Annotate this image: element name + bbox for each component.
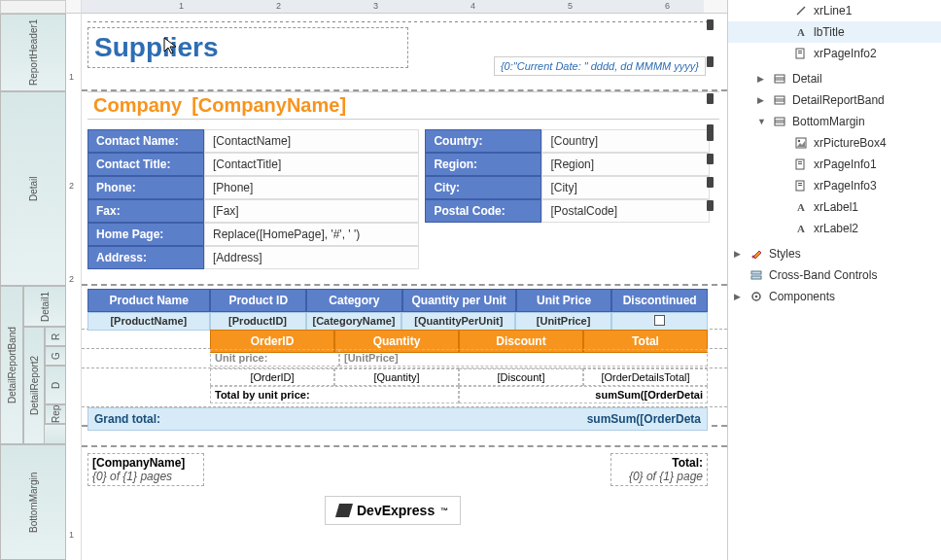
- td[interactable]: [QuantityPerUnit]: [401, 312, 515, 331]
- svg-rect-15: [798, 161, 802, 162]
- tree-item-components[interactable]: ▶Components: [728, 286, 941, 307]
- field-value[interactable]: [Region]: [541, 153, 710, 176]
- order-row[interactable]: [OrderID] [Quantity] [Discount] [OrderDe…: [210, 368, 708, 386]
- band-sub-d-body[interactable]: [OrderID] [Quantity] [Discount] [OrderDe…: [82, 368, 727, 407]
- th-discontinued[interactable]: Discontinued: [611, 289, 708, 312]
- td[interactable]: [OrderID]: [210, 368, 334, 386]
- field-label: City:: [425, 176, 541, 199]
- vruler-num: 1: [69, 72, 74, 82]
- th-productname[interactable]: Product Name: [87, 289, 210, 312]
- band-label-detailreportband[interactable]: DetailReportBand: [0, 286, 23, 444]
- band-label-reportheader[interactable]: ReportHeader1: [0, 14, 66, 91]
- band-sub-d[interactable]: D: [45, 366, 66, 404]
- field-value[interactable]: [PostalCode]: [541, 199, 710, 223]
- band-label-detail1[interactable]: Detail1: [23, 286, 66, 327]
- footer-company-expr: [CompanyName]: [92, 456, 199, 470]
- tree-item-xrpageinfo2[interactable]: xrPageInfo2: [728, 43, 941, 64]
- tree-item-xrlabel1[interactable]: AxrLabel1: [728, 196, 941, 218]
- vruler-num: 2: [69, 181, 74, 191]
- svg-rect-21: [751, 271, 761, 274]
- field-value[interactable]: [Phone]: [204, 176, 419, 199]
- svg-point-20: [752, 256, 755, 259]
- tree-item-detailreportband[interactable]: ▶DetailReportBand: [728, 89, 941, 111]
- band-label-nested: DetailReportBand Detail1 DetailReport2 R…: [0, 286, 66, 444]
- tree-item-xrpageinfo1[interactable]: xrPageInfo1: [728, 154, 941, 175]
- td[interactable]: [OrderDetailsTotal]: [583, 368, 708, 386]
- td-discontinued-checkbox[interactable]: [611, 312, 708, 331]
- report-title[interactable]: Suppliers: [87, 27, 408, 68]
- canvas[interactable]: 1 2 3 4 5 6 Suppliers {0:"Current Date: …: [82, 0, 727, 560]
- current-date-box[interactable]: {0:"Current Date: " dddd, dd MMMM yyyy}: [494, 56, 706, 76]
- field-col-right: Country:[Country] Region:[Region] City:[…: [425, 129, 710, 269]
- band-bottommargin-body[interactable]: [CompanyName] {0} of {1} pages Total: {0…: [82, 447, 727, 560]
- design-surface[interactable]: ReportHeader1 Detail DetailReportBand De…: [0, 0, 727, 560]
- expand-arrow-icon[interactable]: ▼: [757, 117, 767, 126]
- field-value[interactable]: [ContactTitle]: [204, 153, 419, 176]
- detail-icon: [773, 93, 786, 107]
- field-label: Postal Code:: [425, 199, 541, 223]
- td[interactable]: [ProductID]: [210, 312, 306, 331]
- total-by-unit-val[interactable]: sumSum([OrderDetai: [459, 386, 708, 403]
- tree-item-detail[interactable]: ▶Detail: [728, 68, 941, 89]
- tree-item-xrpageinfo3[interactable]: xrPageInfo3: [728, 175, 941, 196]
- band-label-detail[interactable]: Detail: [0, 91, 66, 286]
- band-sub-rep-body[interactable]: Grand total: sumSum([OrderDeta: [82, 407, 727, 427]
- company-expr[interactable]: [CompanyName]: [192, 94, 346, 117]
- hruler-num: 3: [373, 1, 378, 11]
- expand-arrow-icon[interactable]: ▶: [734, 249, 744, 259]
- tree-item-xrpicturebox4[interactable]: xrPictureBox4: [728, 132, 941, 154]
- td[interactable]: [CategoryName]: [306, 312, 402, 331]
- expand-arrow-icon[interactable]: ▶: [734, 292, 744, 301]
- tree-item-lbtitle[interactable]: AlbTitle: [728, 21, 941, 43]
- tree-item-cross-band controls[interactable]: Cross-Band Controls: [728, 264, 941, 286]
- band-sub-g[interactable]: G: [45, 346, 66, 366]
- tree-item-xrlabel2[interactable]: AxrLabel2: [728, 218, 941, 239]
- pic-icon: [794, 136, 808, 150]
- gear-icon: [749, 290, 763, 303]
- field-label: Phone:: [87, 176, 204, 199]
- page-icon: [794, 179, 808, 192]
- band-sub-r-body[interactable]: OrderID Quantity Discount Total: [82, 330, 727, 349]
- band-sub-r[interactable]: R: [45, 327, 66, 346]
- A-icon: A: [794, 200, 808, 214]
- th-unitprice[interactable]: Unit Price: [516, 289, 612, 312]
- th-productid[interactable]: Product ID: [210, 289, 306, 312]
- report-explorer[interactable]: xrLine1AlbTitlexrPageInfo2▶Detail▶Detail…: [727, 0, 941, 560]
- devexpress-icon: [335, 504, 353, 517]
- field-label: Fax:: [87, 199, 204, 223]
- field-value[interactable]: [Country]: [541, 129, 710, 153]
- tree-item-styles[interactable]: ▶Styles: [728, 243, 941, 264]
- band-detail-body[interactable]: Company [CompanyName] Contact Name:[Cont…: [82, 91, 727, 286]
- td[interactable]: [UnitPrice]: [515, 312, 611, 331]
- band-sub-g-body[interactable]: Unit price: [UnitPrice]: [82, 349, 727, 368]
- field-value[interactable]: [Address]: [204, 246, 419, 269]
- td[interactable]: [Discount]: [459, 368, 583, 386]
- footer-total[interactable]: Total: {0} of {1} page: [610, 453, 708, 486]
- band-label-bottommargin[interactable]: BottomMargin: [0, 444, 66, 560]
- td[interactable]: [ProductName]: [87, 312, 210, 331]
- tree-item-xrline1[interactable]: xrLine1: [728, 0, 941, 21]
- field-value[interactable]: [Fax]: [204, 199, 419, 223]
- products-row[interactable]: [ProductName] [ProductID] [CategoryName]…: [87, 312, 708, 331]
- detail-icon: [773, 115, 786, 128]
- svg-point-13: [798, 140, 800, 142]
- band-label-detailreport2[interactable]: DetailReport2: [23, 327, 45, 444]
- field-value[interactable]: [ContactName]: [204, 129, 419, 153]
- devexpress-logo[interactable]: DevExpress™: [325, 496, 461, 525]
- band-detail1-body[interactable]: Product Name Product ID Category Quantit…: [82, 289, 727, 330]
- tree-item-label: Detail: [792, 72, 822, 86]
- band-sub-rep[interactable]: Rep: [45, 404, 66, 424]
- unitprice-val[interactable]: [UnitPrice]: [339, 349, 708, 367]
- field-value[interactable]: [City]: [541, 176, 710, 199]
- footer-company[interactable]: [CompanyName] {0} of {1} pages: [87, 453, 204, 486]
- th-category[interactable]: Category: [306, 289, 402, 312]
- expand-arrow-icon[interactable]: ▶: [757, 74, 767, 84]
- tree-item-bottommargin[interactable]: ▼BottomMargin: [728, 111, 941, 132]
- field-row: Contact Name:[ContactName]: [87, 129, 419, 153]
- td[interactable]: [Quantity]: [334, 368, 459, 386]
- tm-mark: ™: [440, 507, 448, 515]
- th-qtyperunit[interactable]: Quantity per Unit: [402, 289, 516, 312]
- expand-arrow-icon[interactable]: ▶: [757, 95, 767, 105]
- A-icon: A: [794, 25, 808, 39]
- field-value[interactable]: Replace([HomePage], '#', ' '): [204, 223, 419, 246]
